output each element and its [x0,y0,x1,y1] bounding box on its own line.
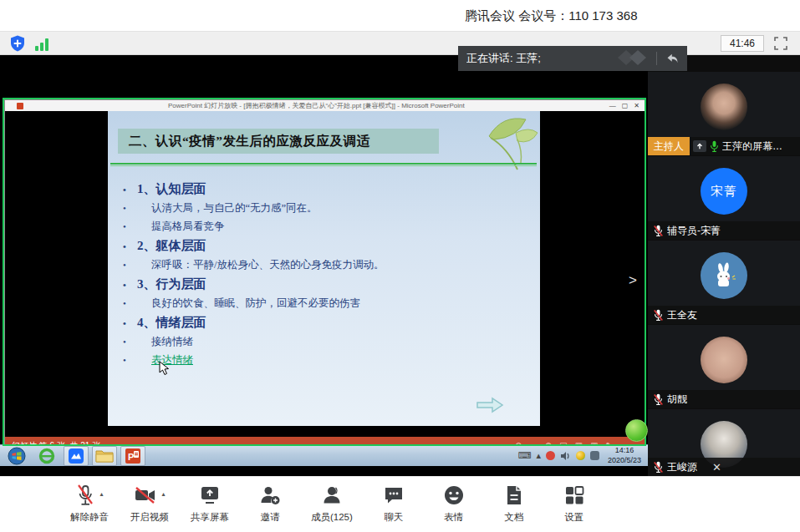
avatar: 宋菁 [701,168,747,215]
slide-bullet: 3、行为层面 [123,276,524,296]
settings-grid-icon [563,484,586,507]
participant-name: 辅导员-宋菁 [667,224,721,238]
participant-tile[interactable]: 王峻源 ✕ [648,409,800,476]
chat-button[interactable]: 聊天 [375,484,413,524]
svg-text:P: P [128,452,134,462]
powerpoint-taskbar-icon[interactable]: P [120,446,145,466]
meeting-timer: 41:46 [721,35,764,52]
powerpoint-window: PowerPoint 幻灯片放映 - [拥抱积极情绪，关爱自己从“心”开始.pp… [4,99,645,444]
unmute-button[interactable]: ▴ 解除静音 [70,484,109,524]
ppt-maximize-icon[interactable]: ▢ [622,102,629,109]
mic-muted-icon [653,393,664,406]
next-arrow-shape [476,397,504,417]
mic-muted-icon [653,225,664,237]
avatar [701,84,747,130]
slide-bullet: 2、躯体层面 [123,238,524,258]
ppt-slideshow-body: 二、认识“疫情”发生后的应激反应及调适 1、认知层面 认清大局，与自己的“无力感… [5,111,645,426]
emoji-button[interactable]: 表情 [435,484,473,524]
slide-bullet-list: 1、认知层面 认清大局，与自己的“无力感”同在。 提高格局看竞争 2、躯体层面 … [123,181,524,372]
slide-bullet: 深呼吸：平静/放松身心、天然的心身免疫力调动。 [123,258,524,276]
members-button[interactable]: 成员(125) [311,484,353,524]
meeting-taskbar-icon[interactable] [64,446,89,466]
now-speaking-toast: 正在讲话: 王萍; [458,46,687,71]
slide-bullet: 接纳情绪 [123,335,524,353]
security-ball-tray-icon[interactable] [576,451,585,460]
slide-title: 二、认识“疫情”发生后的应激反应及调适 [118,129,439,154]
ppt-app-icon [17,103,23,109]
participant-label-bar: 王峻源 ✕ [648,458,800,476]
ppt-title-bar[interactable]: PowerPoint 幻灯片放映 - [拥抱积极情绪，关爱自己从“心”开始.pp… [5,100,645,111]
floating-assistant-ball[interactable] [625,419,648,442]
document-icon [502,484,526,507]
ppt-close-icon[interactable]: ✕ [634,102,639,109]
participant-label-bar: 主持人 王萍的屏幕… [648,137,800,155]
participant-name: 胡靓 [667,393,687,407]
participant-name: 王萍的屏幕… [722,139,782,154]
invite-person-icon [258,484,282,507]
security-shield-icon[interactable] [8,34,27,53]
mic-options-caret-icon[interactable]: ▴ [99,490,103,498]
title-underline-light [110,165,537,166]
slide-canvas: 二、认识“疫情”发生后的应激反应及调适 1、认知层面 认清大局，与自己的“无力感… [108,111,540,426]
mic-muted-icon [653,461,664,474]
screen-share-icon [693,140,706,152]
participant-name: 王峻源 [667,460,697,474]
slide-bullet: 良好的饮食、睡眠、防护，回避不必要的伤害 [123,296,524,315]
toast-divider [656,52,657,65]
taskbar-clock: 14:16 2020/5/23 [604,446,645,465]
participant-video-panel: 主持人 王萍的屏幕… 宋菁 辅导员-宋菁 [648,55,800,476]
windows-taskbar: P ⌨ ▴ 14:16 2020/5/23 [0,444,648,466]
misc-tray-icon[interactable] [590,451,599,460]
avatar [701,252,747,299]
ppt-window-title: PowerPoint 幻灯片放映 - [拥抱积极情绪，关爱自己从“心”开始.pp… [23,101,609,110]
participant-tile[interactable]: 宋菁 辅导员-宋菁 [648,156,800,240]
avatar [701,337,747,383]
invite-button[interactable]: 邀请 [251,484,289,524]
chevron-right-icon[interactable]: > [629,272,637,289]
mic-muted-icon [653,309,664,322]
slide-bullet: 表达情绪 [123,353,524,372]
browser-taskbar-icon[interactable] [33,446,60,466]
video-options-caret-icon[interactable]: ▴ [161,490,165,498]
start-video-button[interactable]: ▴ 开启视频 [130,484,169,524]
network-signal-icon[interactable] [35,36,52,51]
fullscreen-icon[interactable] [773,36,788,51]
ppt-minimize-icon[interactable]: — [609,102,616,109]
keyboard-tray-icon[interactable]: ⌨ [518,451,532,460]
mic-muted-icon [75,484,95,507]
meeting-control-bar: ▴ 解除静音 ▴ 开启视频 共享屏幕 [0,476,800,532]
participant-tile[interactable]: 王全友 [648,241,800,324]
meeting-title-bar: 腾讯会议 会议号：110 173 368 [0,0,800,32]
jump-back-arrow-icon[interactable] [664,51,679,66]
tray-expand-icon[interactable]: ▴ [536,451,541,460]
clock-date: 2020/5/23 [608,456,641,465]
docs-button[interactable]: 文档 [495,484,533,524]
mic-on-icon [710,140,719,153]
tencent-meeting-window: 腾讯会议 会议号：110 173 368 41:46 正在讲话: 王萍; Pow… [0,0,800,532]
now-speaking-text: 正在讲话: 王萍; [466,51,616,66]
chat-bubble-icon [382,484,405,507]
ppt-window-controls: — ▢ ✕ [609,102,639,109]
settings-button[interactable]: 设置 [555,484,594,524]
volume-tray-icon[interactable] [560,451,571,461]
participant-tile-host[interactable]: 主持人 王萍的屏幕… [648,72,800,155]
start-button[interactable] [3,446,30,466]
meeting-logo-icon [616,48,650,69]
participant-tile[interactable]: 胡靓 [648,325,800,408]
share-screen-button[interactable]: 共享屏幕 [191,484,229,524]
close-icon[interactable]: ✕ [712,461,721,474]
title-underline [110,163,537,165]
camera-muted-icon [134,484,157,507]
antivirus-tray-icon[interactable] [546,451,555,460]
explorer-taskbar-icon[interactable] [92,446,117,466]
slide-bullet: 4、情绪层面 [123,315,524,335]
meeting-id-title: 腾讯会议 会议号：110 173 368 [465,8,637,24]
system-tray: ⌨ ▴ 14:16 2020/5/23 [518,446,648,465]
mouse-cursor [158,361,170,379]
participant-label-bar: 辅导员-宋菁 [648,221,800,240]
slide-bullet: 1、认知层面 [123,181,524,201]
member-person-icon [320,484,344,507]
smiley-icon [442,484,466,507]
participant-label-bar: 王全友 [648,306,800,324]
share-screen-icon [198,484,222,507]
